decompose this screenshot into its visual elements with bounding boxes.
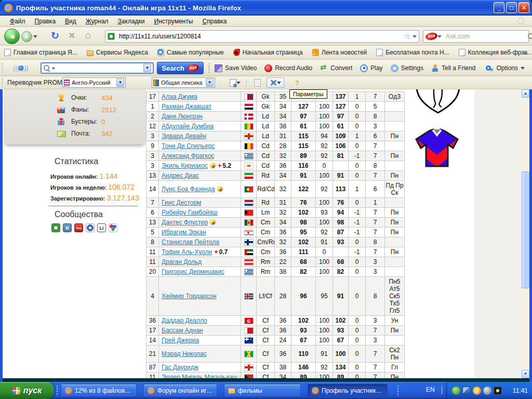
bookmarks-overflow-button[interactable]: » — [524, 49, 528, 57]
player-link[interactable]: Бассам Аднан — [162, 327, 203, 334]
translate-document-button[interactable] — [227, 77, 243, 88]
scroll-up-icon[interactable]: ▲ — [522, 89, 529, 98]
toolbar-grip[interactable] — [2, 63, 3, 72]
player-link[interactable]: Драган Дольд — [162, 258, 202, 265]
player-link[interactable]: Хеймир Тордарсон — [162, 292, 217, 300]
menu-item-Справка[interactable]: Справка — [197, 17, 231, 26]
reload-button[interactable]: ↻ — [51, 30, 59, 42]
url-input[interactable] — [118, 32, 403, 41]
chevron-down-icon[interactable]: ▼ — [143, 64, 151, 72]
player-link[interactable]: Тони Ди Спильерс — [162, 142, 215, 150]
ask-save-video-button[interactable]: Save Video — [215, 64, 257, 72]
ask-play-button[interactable]: Play — [360, 64, 382, 72]
menu-item-Журнал[interactable]: Журнал — [81, 17, 113, 26]
ask-toolbar-search-input[interactable] — [58, 64, 143, 72]
player-link[interactable]: Элдер Мигель Магальаэш — [162, 374, 237, 378]
orbit-icon[interactable] — [86, 223, 95, 232]
player-link[interactable]: Грей Джериа — [162, 337, 199, 344]
chevron-down-icon[interactable]: ▼ — [116, 78, 124, 87]
language-indicator[interactable]: EN — [426, 386, 435, 393]
player-link[interactable]: Ибрагим Эркан — [162, 229, 206, 236]
web-search-input[interactable] — [445, 32, 527, 41]
player-link[interactable]: Абдулайе Думбиа — [162, 123, 214, 130]
player-link[interactable]: Мэрад Николас — [162, 350, 207, 357]
player-link[interactable]: Тофик Аль-Хуоли — [162, 248, 212, 256]
player-link[interactable]: Андрес Диас — [162, 172, 199, 179]
menu-item-Файл[interactable]: Файл — [5, 17, 30, 26]
player-link[interactable]: Луис Боа Фазенда — [162, 185, 215, 193]
li-icon[interactable]: Li — [97, 223, 106, 232]
ask-search-button[interactable]: Search Ask — [157, 62, 204, 74]
scroll-down-icon[interactable]: ▼ — [522, 370, 529, 378]
menu-item-Правка[interactable]: Правка — [30, 17, 61, 26]
vk-icon[interactable]: B — [63, 223, 72, 232]
home-button[interactable]: ⌂ — [85, 30, 91, 41]
scrollbar-thumb[interactable] — [522, 171, 529, 288]
forward-button[interactable]: ► — [21, 31, 32, 42]
bookmark-item[interactable]: Лента новостей — [312, 49, 367, 56]
football-icon[interactable] — [51, 223, 60, 232]
bookmark-star-icon[interactable]: ☆ — [404, 32, 411, 41]
search-bar[interactable]: Ask — [423, 30, 529, 43]
bookmark-item[interactable]: Сервисы Яндекса — [87, 49, 148, 56]
balls-icon[interactable] — [109, 223, 117, 232]
player-link[interactable]: Григорис Дермицакис — [162, 268, 224, 275]
minimize-button[interactable]: _ — [494, 2, 504, 13]
bookmark-item[interactable]: Коллекция веб-фраг... — [459, 49, 532, 56]
task-button[interactable]: Профиль участника ... — [308, 384, 388, 397]
menu-item-Вид[interactable]: Вид — [60, 17, 81, 26]
ask-options-button[interactable]: Options — [486, 60, 525, 76]
player-link[interactable]: Дантес Флустер — [162, 219, 208, 226]
chevron-down-icon[interactable]: ▼ — [206, 78, 214, 87]
player-link[interactable]: Гиис Десторм — [162, 199, 201, 206]
bookmark-item[interactable]: Самые популярные — [157, 49, 224, 56]
player-link[interactable]: Рахман Джавшат — [162, 103, 211, 110]
toolbar-grip[interactable] — [2, 78, 3, 87]
ask-settings-button[interactable]: Settings — [391, 64, 423, 72]
history-dropdown-icon[interactable] — [33, 35, 37, 40]
ask-tell-a-friend-button[interactable]: Tell a Friend — [431, 64, 475, 72]
task-button[interactable]: фильмы — [224, 384, 301, 397]
player-link[interactable]: Даддар Деалло — [162, 317, 207, 324]
stop-button[interactable]: × — [69, 29, 75, 42]
search-icon[interactable] — [527, 33, 532, 40]
dictionary-button[interactable] — [251, 77, 263, 88]
start-button[interactable]: пуск — [0, 382, 54, 399]
search-engine-dropdown-icon[interactable] — [437, 35, 442, 40]
bookmark-item[interactable]: Начальная страница — [233, 49, 303, 56]
bookmark-item[interactable]: Бесплатная почта Н... — [376, 49, 449, 56]
antivirus-tray-icon[interactable] — [452, 387, 460, 395]
ask-record-audio-button[interactable]: Record Audio — [264, 64, 312, 72]
url-bar[interactable]: ☆ — [105, 30, 419, 43]
volume-tray-icon[interactable] — [483, 387, 491, 395]
player-link[interactable]: Александ Фрагкос — [162, 152, 215, 159]
taskbar-clock[interactable]: 11:41 — [513, 387, 528, 394]
translation-direction-select[interactable]: Англо-Русский ▼ — [62, 77, 126, 88]
topic-select[interactable]: Общая лексика ▼ — [152, 77, 215, 88]
player-link[interactable]: Эдвард Девайн — [162, 132, 206, 140]
vertical-scrollbar[interactable]: ▲ ▼ — [522, 89, 529, 378]
display-tray-icon[interactable] — [494, 387, 502, 395]
help-button[interactable]: ? — [292, 77, 302, 88]
player-link[interactable]: Дани Люнгрэн — [162, 113, 203, 120]
player-link[interactable]: Гас Дауридж — [162, 364, 198, 371]
close-button[interactable]: ✕ — [518, 2, 529, 13]
ask-logo-icon[interactable]: Ask — [425, 32, 438, 41]
menu-item-Инструменты[interactable]: Инструменты — [150, 17, 198, 26]
url-dropdown-icon[interactable] — [413, 35, 417, 40]
ask-toolbar-search-box[interactable]: ▼ — [41, 62, 154, 74]
player-link[interactable]: Станислав Пейтола — [162, 238, 219, 246]
task-button[interactable]: 12% из 8 файлов — ... — [61, 384, 137, 397]
youtube-icon[interactable]: You — [74, 223, 83, 232]
player-link[interactable]: Алаа Джума — [162, 93, 197, 100]
mail-agent-tray-icon[interactable]: @ — [473, 387, 481, 395]
parameters-button[interactable] — [267, 77, 284, 88]
maximize-button[interactable]: □ — [506, 2, 517, 13]
network-tray-icon[interactable] — [462, 387, 471, 395]
search-options-dropdown-icon[interactable] — [52, 68, 55, 71]
back-button[interactable]: ◄ — [4, 29, 20, 44]
player-link[interactable]: Рибейру Гамбойяш — [162, 209, 218, 216]
menu-item-Закладки[interactable]: Закладки — [113, 17, 150, 26]
bookmark-item[interactable]: Главная страница Я... — [4, 49, 77, 56]
task-button[interactable]: Форум онлайн игры ... — [143, 384, 217, 397]
